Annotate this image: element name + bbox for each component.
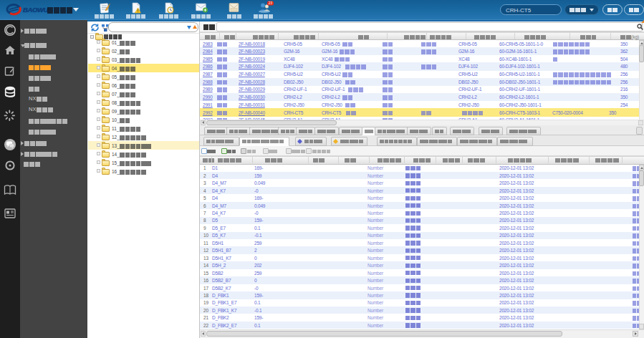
svg-text:23: 23 [269, 1, 273, 5]
